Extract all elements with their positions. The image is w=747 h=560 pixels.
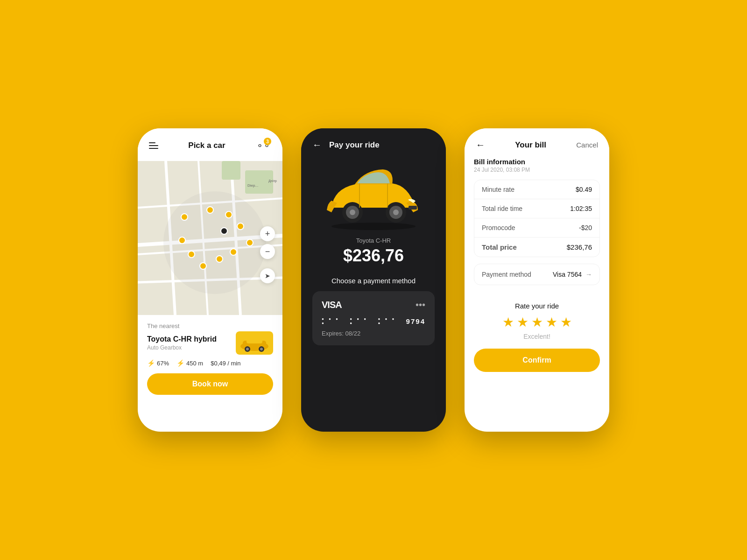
rate-section: Rate your ride ★ ★ ★ ★ ★ Excelent! Confi… <box>465 302 609 381</box>
distance-value: 450 m <box>186 360 203 367</box>
table-row: Minute rate $0.49 <box>474 180 599 199</box>
rate-label: Rate your ride <box>474 302 600 310</box>
stars-row: ★ ★ ★ ★ ★ <box>474 315 600 330</box>
bill-table: Minute rate $0.49 Total ride time 1:02:3… <box>474 180 600 257</box>
payment-method-value-row: Visa 7564 → <box>553 271 592 278</box>
car-label-area: Toyota C-HR $236,76 <box>301 237 446 269</box>
svg-point-16 <box>230 249 237 255</box>
bill-date: 24 Jul 2020, 03:08 PM <box>474 167 600 173</box>
car-info-row: Toyota C-HR hybrid Auto Gearbox <box>147 331 273 355</box>
choose-payment-label: Choose a payment method <box>312 277 435 285</box>
svg-point-38 <box>350 210 355 215</box>
svg-rect-9 <box>222 161 240 180</box>
star-5[interactable]: ★ <box>560 315 572 330</box>
visa-logo: VISA <box>322 300 342 310</box>
promocode-value: -$20 <box>579 224 592 231</box>
payment-method-arrow-icon: → <box>585 271 592 278</box>
filter-badge-count: 3 <box>264 138 271 145</box>
map-zoom-out[interactable]: − <box>260 244 275 259</box>
svg-point-19 <box>188 251 195 258</box>
card-dots-2: ● ● ● ● <box>350 317 372 325</box>
svg-point-13 <box>226 211 232 218</box>
bill-info-label: Bill information <box>474 158 600 166</box>
promocode-label: Promocode <box>482 224 515 231</box>
map-nav[interactable]: ➤ <box>260 268 275 283</box>
svg-point-14 <box>237 223 244 230</box>
back-arrow-icon[interactable]: ← <box>312 140 322 150</box>
phones-container: Pick a car ⚬⚬ 3 <box>138 128 609 432</box>
map-area: Diep... Дніпр TSENTRAI NYI + − ➤ <box>138 161 282 315</box>
star-3[interactable]: ★ <box>531 315 543 330</box>
car-thumbnail <box>236 331 273 355</box>
filter-button[interactable]: ⚬⚬ 3 <box>255 138 271 154</box>
star-4[interactable]: ★ <box>546 315 557 330</box>
expires-label: Expires: <box>322 330 344 337</box>
battery-icon: ⚡ <box>147 359 155 367</box>
price-stat: $0,49 / min <box>211 360 240 367</box>
distance-icon: ⚡ <box>176 359 184 367</box>
svg-point-34 <box>331 223 416 230</box>
total-row: Total price $236,76 <box>474 238 599 257</box>
bill-section: Bill information 24 Jul 2020, 03:08 PM M… <box>465 158 609 302</box>
svg-text:Diep...: Diep... <box>247 183 258 188</box>
svg-point-41 <box>393 210 399 215</box>
payment-method-value: Visa 7564 <box>553 271 582 278</box>
svg-point-20 <box>179 237 185 244</box>
table-row: Total ride time 1:02:35 <box>474 199 599 218</box>
phone1-bottom-card: The nearest Toyota C-HR hybrid Auto Gear… <box>138 315 282 404</box>
car-image-area <box>301 158 446 237</box>
payment-method-row[interactable]: Payment method Visa 7564 → <box>474 264 600 285</box>
car-name: Toyota C-HR hybrid <box>147 335 217 343</box>
ride-time-label: Total ride time <box>482 205 522 212</box>
minute-rate-value: $0.49 <box>576 186 592 193</box>
star-2[interactable]: ★ <box>517 315 529 330</box>
phone3-title: Your bill <box>515 140 546 150</box>
svg-point-17 <box>216 256 223 262</box>
svg-point-18 <box>200 263 206 269</box>
book-now-button[interactable]: Book now <box>147 373 273 395</box>
car-type: Auto Gearbox <box>147 344 217 351</box>
total-price-value: $236,76 <box>567 243 592 251</box>
battery-stat: ⚡ 67% <box>147 359 169 367</box>
car-stats: ⚡ 67% ⚡ 450 m $0,49 / min <box>147 359 273 367</box>
phone2-header: ← Pay your ride <box>301 128 446 158</box>
card-menu-button[interactable]: ••• <box>416 300 425 310</box>
phone2-title: Pay your ride <box>329 140 380 150</box>
phone-your-bill: ← Your bill Cancel Bill information 24 J… <box>465 128 609 432</box>
car-price: $236,76 <box>312 246 435 266</box>
table-row: Promocode -$20 <box>474 218 599 238</box>
phone-pay-ride: ← Pay your ride <box>301 128 446 432</box>
total-price-label: Total price <box>482 243 517 251</box>
map-zoom-in[interactable]: + <box>260 226 275 241</box>
svg-point-33 <box>260 348 263 350</box>
card-expiry: Expires: 08/22 <box>322 330 425 337</box>
svg-text:Дніпр: Дніпр <box>268 179 277 183</box>
visa-card[interactable]: VISA ••• ● ● ● ● ● ● ● ● ● ● ● ● 9794 Ex… <box>312 291 435 345</box>
confirm-button[interactable]: Confirm <box>474 349 600 372</box>
card-dots-3: ● ● ● ● <box>378 317 400 325</box>
ride-time-value: 1:02:35 <box>570 205 592 212</box>
rating-text: Excelent! <box>474 333 600 340</box>
car-model-label: Toyota C-HR <box>312 237 435 244</box>
cancel-button[interactable]: Cancel <box>576 141 598 149</box>
phone3-header: ← Your bill Cancel <box>465 128 609 158</box>
phone-pick-a-car: Pick a car ⚬⚬ 3 <box>138 128 282 432</box>
card-dots-1: ● ● ● ● <box>322 317 344 325</box>
star-1[interactable]: ★ <box>502 315 514 330</box>
car-info-text: Toyota C-HR hybrid Auto Gearbox <box>147 335 217 351</box>
payment-method-label: Payment method <box>482 271 531 278</box>
nearest-label: The nearest <box>147 322 273 329</box>
svg-point-15 <box>247 239 253 246</box>
visa-card-top: VISA ••• <box>322 300 425 310</box>
phone1-header: Pick a car ⚬⚬ 3 <box>138 128 282 161</box>
svg-point-22 <box>221 228 227 234</box>
svg-rect-35 <box>409 206 417 210</box>
card-last4: 9794 <box>406 317 425 325</box>
expires-date: 08/22 <box>345 330 361 337</box>
svg-point-12 <box>207 207 213 213</box>
back-arrow-icon[interactable]: ← <box>476 140 485 150</box>
distance-stat: ⚡ 450 m <box>176 359 203 367</box>
svg-point-11 <box>181 214 188 220</box>
minute-rate-label: Minute rate <box>482 186 514 193</box>
menu-icon[interactable] <box>149 142 158 149</box>
